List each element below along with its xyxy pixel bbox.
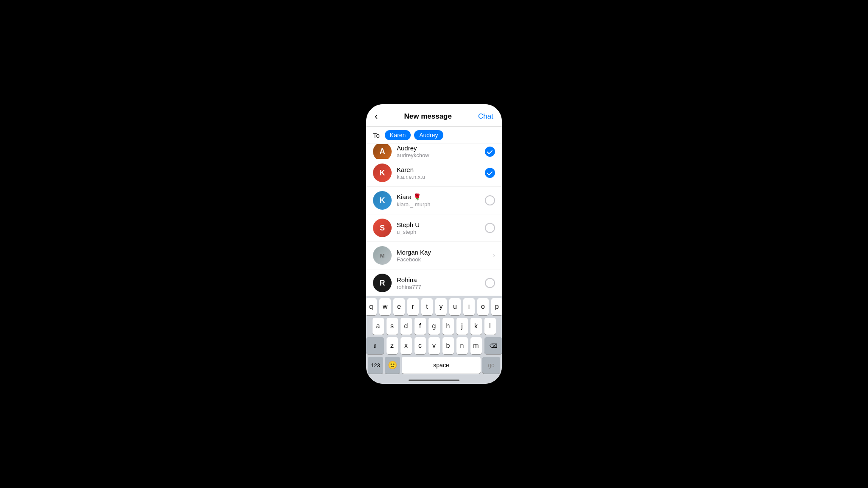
key-g[interactable]: g xyxy=(428,318,440,335)
avatar: K xyxy=(373,164,392,182)
delete-key[interactable]: ⌫ xyxy=(484,337,502,354)
key-c[interactable]: c xyxy=(415,337,426,354)
contact-name: Karen xyxy=(397,166,485,173)
contact-username: kiara._.murph xyxy=(397,201,485,208)
phone-container: ‹ New message Chat To Karen Audrey A Aud… xyxy=(366,104,502,384)
shift-key[interactable]: ⇧ xyxy=(366,337,384,354)
key-j[interactable]: j xyxy=(456,318,468,335)
key-f[interactable]: f xyxy=(415,318,426,335)
key-w[interactable]: w xyxy=(379,298,391,315)
contact-name: Steph U xyxy=(397,221,485,228)
go-key[interactable]: go xyxy=(482,357,500,374)
key-m[interactable]: m xyxy=(470,337,482,354)
key-z[interactable]: z xyxy=(387,337,398,354)
contact-info: Audrey audreykchow xyxy=(397,144,485,158)
contact-info: Karen k.a.r.e.n.x.u xyxy=(397,166,485,180)
page-title: New message xyxy=(404,112,451,121)
chevron-right-icon: › xyxy=(493,252,495,259)
key-r[interactable]: r xyxy=(407,298,419,315)
key-n[interactable]: n xyxy=(456,337,468,354)
key-b[interactable]: b xyxy=(442,337,454,354)
bottom-bar xyxy=(366,378,502,384)
contact-info: Morgan Kay Facebook xyxy=(397,249,493,263)
list-item[interactable]: K Karen k.a.r.e.n.x.u xyxy=(366,159,502,187)
list-item[interactable]: S Steph U u_steph xyxy=(366,214,502,242)
contact-list: A Audrey audreykchow K Karen k.a.r.e.n.x… xyxy=(366,144,502,296)
contact-name: Kiara 🌹 xyxy=(397,193,485,201)
audrey-tag[interactable]: Audrey xyxy=(414,130,443,140)
key-a[interactable]: a xyxy=(373,318,384,335)
contact-platform: Facebook xyxy=(397,256,493,263)
avatar: S xyxy=(373,219,392,237)
key-h[interactable]: h xyxy=(442,318,454,335)
contact-info: Rohina rohina777 xyxy=(397,276,485,290)
contact-username: rohina777 xyxy=(397,284,485,290)
contact-name: Audrey xyxy=(397,144,485,152)
key-y[interactable]: y xyxy=(435,298,447,315)
to-row: To Karen Audrey xyxy=(366,127,502,144)
contact-name: Rohina xyxy=(397,276,485,283)
contact-info: Kiara 🌹 kiara._.murph xyxy=(397,193,485,208)
contact-info: Steph U u_steph xyxy=(397,221,485,235)
karen-tag[interactable]: Karen xyxy=(385,130,411,140)
key-o[interactable]: o xyxy=(477,298,489,315)
keyboard: q w e r t y u i o p a s d f g h j k l ⇧ … xyxy=(366,296,502,378)
check-circle[interactable] xyxy=(485,223,495,233)
check-circle[interactable] xyxy=(485,278,495,288)
home-indicator xyxy=(409,380,459,381)
keyboard-row-3: ⇧ z x c v b n m ⌫ xyxy=(366,337,502,354)
keyboard-row-1: q w e r t y u i o p xyxy=(366,298,502,315)
key-i[interactable]: i xyxy=(463,298,475,315)
back-button[interactable]: ‹ xyxy=(375,111,378,122)
avatar: R xyxy=(373,274,392,292)
list-item[interactable]: K Kiara 🌹 kiara._.murph xyxy=(366,187,502,214)
header: ‹ New message Chat xyxy=(366,104,502,127)
avatar: K xyxy=(373,191,392,210)
space-key[interactable]: space xyxy=(402,357,481,374)
contact-username: k.a.r.e.n.x.u xyxy=(397,174,485,180)
avatar: M xyxy=(373,246,392,265)
list-item[interactable]: M Morgan Kay Facebook › xyxy=(366,242,502,269)
key-x[interactable]: x xyxy=(401,337,412,354)
check-circle[interactable] xyxy=(485,147,495,157)
chat-button[interactable]: Chat xyxy=(478,112,493,121)
keyboard-row-4: 123 🙂 space go xyxy=(366,357,502,374)
list-item[interactable]: A Audrey audreykchow xyxy=(366,144,502,159)
key-t[interactable]: t xyxy=(421,298,433,315)
key-k[interactable]: k xyxy=(470,318,482,335)
num-key[interactable]: 123 xyxy=(368,357,383,374)
avatar: A xyxy=(373,144,392,159)
key-d[interactable]: d xyxy=(401,318,412,335)
key-p[interactable]: p xyxy=(491,298,502,315)
key-s[interactable]: s xyxy=(387,318,398,335)
key-l[interactable]: l xyxy=(484,318,496,335)
check-circle[interactable] xyxy=(485,195,495,205)
key-q[interactable]: q xyxy=(366,298,377,315)
to-label: To xyxy=(373,132,380,139)
key-v[interactable]: v xyxy=(428,337,440,354)
contact-name: Morgan Kay xyxy=(397,249,493,256)
contact-username: audreykchow xyxy=(397,152,485,158)
key-u[interactable]: u xyxy=(449,298,461,315)
check-circle[interactable] xyxy=(485,168,495,178)
list-item[interactable]: R Rohina rohina777 xyxy=(366,269,502,296)
key-e[interactable]: e xyxy=(393,298,405,315)
emoji-key[interactable]: 🙂 xyxy=(385,357,400,374)
contact-username: u_steph xyxy=(397,229,485,235)
keyboard-row-2: a s d f g h j k l xyxy=(366,318,502,335)
